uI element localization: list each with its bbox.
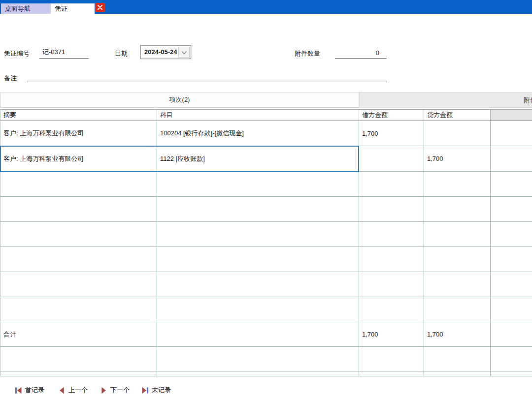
tab-desktop-navigation[interactable]: 桌面导航: [1, 3, 51, 14]
account-cell: [157, 371, 359, 376]
table-total-row: 合计 1,700 1,700: [0, 322, 532, 347]
extra-cell[interactable]: [491, 222, 532, 246]
debit-cell: [359, 371, 424, 376]
table-row: 客户: 上海万科泵业有限公司 100204 [银行存款]-[微信现金] 1,70…: [0, 121, 532, 146]
column-header-summary: 摘要: [0, 110, 157, 121]
total-account-cell: [157, 322, 359, 346]
extra-cell[interactable]: [491, 272, 532, 297]
credit-cell[interactable]: [424, 347, 491, 371]
previous-record-label: 上一个: [68, 386, 88, 395]
tab-attachments[interactable]: 附件: [359, 92, 532, 108]
credit-cell[interactable]: 1,700: [424, 146, 491, 171]
last-record-button[interactable]: 末记录: [141, 386, 171, 395]
table-row-empty: [0, 272, 532, 297]
date-dropdown-button[interactable]: [178, 47, 190, 58]
debit-cell[interactable]: [359, 222, 424, 246]
column-header-debit: 借方金额: [359, 110, 424, 121]
account-cell[interactable]: 1122 [应收账款]: [157, 146, 359, 171]
table-row-empty: [0, 222, 532, 247]
credit-cell[interactable]: [424, 222, 491, 246]
debit-cell[interactable]: [359, 347, 424, 371]
voucher-window: 桌面导航 凭证 凭证编号 记-0371 日期 2024-05-24 附件数量 0…: [0, 0, 532, 400]
extra-cell: [491, 371, 532, 376]
debit-cell[interactable]: [359, 297, 424, 322]
first-record-icon: [15, 387, 22, 394]
credit-cell[interactable]: [424, 297, 491, 322]
summary-cell: [0, 371, 157, 376]
debit-cell[interactable]: [359, 172, 424, 196]
date-picker[interactable]: 2024-05-24: [140, 45, 191, 59]
next-record-icon: [100, 387, 107, 394]
credit-cell[interactable]: [424, 272, 491, 297]
table-row-empty: [0, 297, 532, 322]
debit-cell[interactable]: [359, 247, 424, 272]
tab-attachments-label: 附件: [524, 96, 532, 105]
summary-cell[interactable]: [0, 272, 157, 297]
total-debit-cell: 1,700: [359, 322, 424, 346]
account-cell[interactable]: [157, 197, 359, 221]
window-tab-bar: 桌面导航 凭证: [0, 0, 532, 14]
voucher-no-field[interactable]: 记-0371: [39, 45, 89, 59]
column-header-extra: [491, 110, 532, 121]
summary-cell[interactable]: [0, 297, 157, 322]
last-record-icon: [141, 387, 149, 394]
attachment-count-label: 附件数量: [295, 49, 320, 58]
debit-cell[interactable]: 1,700: [359, 121, 424, 146]
summary-cell[interactable]: [0, 222, 157, 246]
account-cell[interactable]: [157, 172, 359, 196]
summary-cell[interactable]: [0, 172, 157, 196]
account-cell[interactable]: [157, 247, 359, 272]
close-icon: [98, 3, 102, 12]
extra-cell[interactable]: [491, 247, 532, 272]
last-record-label: 末记录: [152, 386, 171, 395]
summary-cell[interactable]: [0, 347, 157, 371]
extra-cell[interactable]: [491, 172, 532, 196]
previous-record-button[interactable]: 上一个: [58, 386, 88, 395]
credit-cell[interactable]: [424, 172, 491, 196]
remarks-field[interactable]: [27, 69, 387, 82]
first-record-button[interactable]: 首记录: [15, 386, 44, 395]
previous-record-icon: [58, 387, 66, 394]
chevron-down-icon: [182, 48, 187, 57]
debit-cell[interactable]: [359, 197, 424, 221]
summary-cell[interactable]: 客户: 上海万科泵业有限公司: [0, 146, 157, 171]
column-header-credit: 贷方金额: [424, 110, 491, 121]
first-record-label: 首记录: [25, 386, 44, 395]
debit-cell[interactable]: [359, 272, 424, 297]
voucher-grid: 摘要 科目 借方金额 贷方金额 客户: 上海万科泵业有限公司 100204 [银…: [0, 109, 532, 376]
credit-cell[interactable]: [424, 121, 491, 146]
account-cell[interactable]: [157, 222, 359, 246]
date-label: 日期: [115, 49, 128, 58]
table-header-row: 摘要 科目 借方金额 贷方金额: [0, 109, 532, 121]
credit-cell: [424, 371, 491, 376]
account-cell[interactable]: [157, 272, 359, 297]
table-row-empty: [0, 172, 532, 197]
voucher-no-label: 凭证编号: [4, 49, 30, 58]
summary-cell[interactable]: [0, 197, 157, 221]
account-cell[interactable]: [157, 297, 359, 322]
account-cell[interactable]: [157, 347, 359, 371]
account-cell[interactable]: 100204 [银行存款]-[微信现金]: [157, 121, 359, 146]
extra-cell[interactable]: [491, 347, 532, 371]
remarks-label: 备注: [4, 74, 17, 83]
extra-cell[interactable]: [491, 297, 532, 322]
next-record-button[interactable]: 下一个: [100, 386, 130, 395]
credit-cell[interactable]: [424, 247, 491, 272]
attachment-count-field[interactable]: 0: [335, 45, 387, 59]
summary-cell[interactable]: [0, 247, 157, 272]
tab-line-items[interactable]: 项次(2): [0, 92, 359, 108]
tab-voucher[interactable]: 凭证: [51, 3, 95, 14]
debit-cell[interactable]: [359, 146, 424, 171]
record-navigation: 首记录 上一个 下一个: [0, 386, 532, 397]
total-extra-cell: [491, 322, 532, 346]
extra-cell[interactable]: [491, 197, 532, 221]
extra-cell[interactable]: [491, 121, 532, 146]
attachment-count-value: 0: [376, 49, 379, 57]
credit-cell[interactable]: [424, 197, 491, 221]
close-tab-button[interactable]: [95, 3, 105, 12]
table-row-empty: [0, 197, 532, 222]
extra-cell[interactable]: [491, 146, 532, 171]
table-row-empty: [0, 247, 532, 272]
voucher-no-value: 记-0371: [42, 48, 65, 57]
summary-cell[interactable]: 客户: 上海万科泵业有限公司: [0, 121, 157, 146]
